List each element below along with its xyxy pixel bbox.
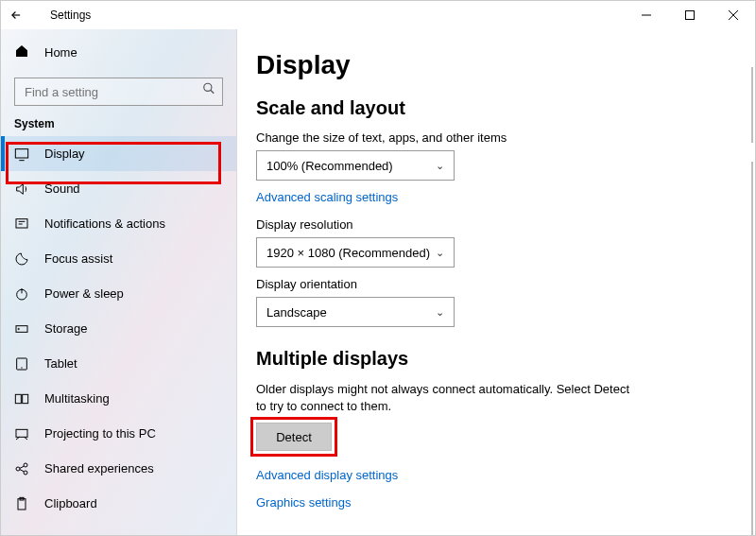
svg-point-1 xyxy=(204,83,212,91)
sidebar-home-label: Home xyxy=(44,45,77,60)
sidebar-item-label: Display xyxy=(44,147,85,161)
window-title: Settings xyxy=(50,9,91,22)
clipboard-icon xyxy=(14,496,29,511)
resolution-value: 1920 × 1080 (Recommended) xyxy=(266,246,430,260)
sidebar-category: System xyxy=(1,110,236,136)
sidebar-item-label: Clipboard xyxy=(44,496,97,510)
sidebar-item-label: Power & sleep xyxy=(44,286,124,301)
sidebar-item-label: Tablet xyxy=(44,356,77,371)
page-title: Display xyxy=(256,50,755,80)
svg-point-6 xyxy=(18,328,19,329)
display-icon xyxy=(14,147,29,162)
sidebar-item-label: Multitasking xyxy=(44,391,110,406)
sidebar-item-label: Notifications & actions xyxy=(44,216,165,231)
scale-label: Change the size of text, apps, and other… xyxy=(256,130,755,145)
sidebar: Home System Display Sound xyxy=(1,29,237,535)
detect-button-label: Detect xyxy=(276,430,312,444)
sidebar-home[interactable]: Home xyxy=(1,35,236,70)
chevron-down-icon: ⌄ xyxy=(436,306,444,319)
search-icon xyxy=(202,82,215,98)
sidebar-item-power-sleep[interactable]: Power & sleep xyxy=(1,276,236,311)
section-sleep-better: Sleep better xyxy=(256,532,755,535)
section-scale-layout: Scale and layout xyxy=(256,97,755,119)
resolution-combobox[interactable]: 1920 × 1080 (Recommended) ⌄ xyxy=(256,237,455,268)
svg-rect-9 xyxy=(23,394,28,403)
svg-point-13 xyxy=(24,471,27,475)
svg-rect-2 xyxy=(15,148,27,157)
sidebar-item-sound[interactable]: Sound xyxy=(1,171,236,206)
scale-combobox[interactable]: 100% (Recommended) ⌄ xyxy=(256,150,455,181)
sidebar-nav: Display Sound Notifications & actions Fo… xyxy=(1,136,236,535)
graphics-settings-link[interactable]: Graphics settings xyxy=(256,495,351,510)
chevron-down-icon: ⌄ xyxy=(436,247,444,259)
sidebar-item-display[interactable]: Display xyxy=(1,136,236,171)
scrollbar-segment[interactable] xyxy=(751,67,753,143)
svg-rect-0 xyxy=(686,11,695,20)
orientation-value: Landscape xyxy=(266,305,327,320)
svg-point-11 xyxy=(16,467,20,471)
sidebar-item-label: Focus assist xyxy=(44,251,112,266)
search-input[interactable] xyxy=(14,78,223,106)
resolution-label: Display resolution xyxy=(256,217,755,232)
content: Display Scale and layout Change the size… xyxy=(237,29,755,535)
sidebar-item-tablet[interactable]: Tablet xyxy=(1,346,236,381)
section-multiple-displays: Multiple displays xyxy=(256,348,755,370)
sidebar-item-storage[interactable]: Storage xyxy=(1,311,236,346)
advanced-scaling-link[interactable]: Advanced scaling settings xyxy=(256,190,398,204)
scale-value: 100% (Recommended) xyxy=(266,159,393,173)
svg-rect-10 xyxy=(16,429,27,437)
sidebar-item-label: Storage xyxy=(44,321,88,336)
multitasking-icon xyxy=(14,391,29,406)
maximize-button[interactable] xyxy=(668,1,712,29)
sound-icon xyxy=(14,182,29,197)
detect-button[interactable]: Detect xyxy=(256,423,332,451)
power-icon xyxy=(14,286,29,302)
sidebar-item-notifications[interactable]: Notifications & actions xyxy=(1,206,236,241)
focus-assist-icon xyxy=(14,251,29,267)
storage-icon xyxy=(14,321,29,337)
close-button[interactable] xyxy=(712,1,755,29)
orientation-combobox[interactable]: Landscape ⌄ xyxy=(256,297,455,327)
shared-icon xyxy=(14,461,29,476)
multiple-displays-desc: Older displays might not always connect … xyxy=(256,381,634,415)
scrollbar-segment[interactable] xyxy=(751,162,753,535)
notifications-icon xyxy=(14,216,29,232)
svg-point-12 xyxy=(24,463,27,467)
projecting-icon xyxy=(14,426,29,441)
search-row xyxy=(1,70,236,110)
back-button[interactable] xyxy=(1,9,31,22)
svg-rect-3 xyxy=(16,218,27,227)
sidebar-item-focus-assist[interactable]: Focus assist xyxy=(1,241,236,276)
sidebar-item-label: Sound xyxy=(44,182,80,196)
minimize-button[interactable] xyxy=(625,1,668,29)
titlebar: Settings xyxy=(1,1,755,29)
sidebar-item-label: Projecting to this PC xyxy=(44,426,156,441)
sidebar-item-shared-experiences[interactable]: Shared experiences xyxy=(1,451,236,486)
advanced-display-link[interactable]: Advanced display settings xyxy=(256,468,398,482)
orientation-label: Display orientation xyxy=(256,277,755,291)
tablet-icon xyxy=(14,356,29,372)
home-icon xyxy=(14,43,29,61)
svg-rect-8 xyxy=(15,394,21,403)
settings-window: Settings Home System xyxy=(0,0,756,536)
sidebar-item-clipboard[interactable]: Clipboard xyxy=(1,486,236,521)
chevron-down-icon: ⌄ xyxy=(436,160,444,172)
sidebar-item-projecting[interactable]: Projecting to this PC xyxy=(1,416,236,451)
sidebar-item-label: Shared experiences xyxy=(44,461,154,475)
sidebar-item-multitasking[interactable]: Multitasking xyxy=(1,381,236,416)
